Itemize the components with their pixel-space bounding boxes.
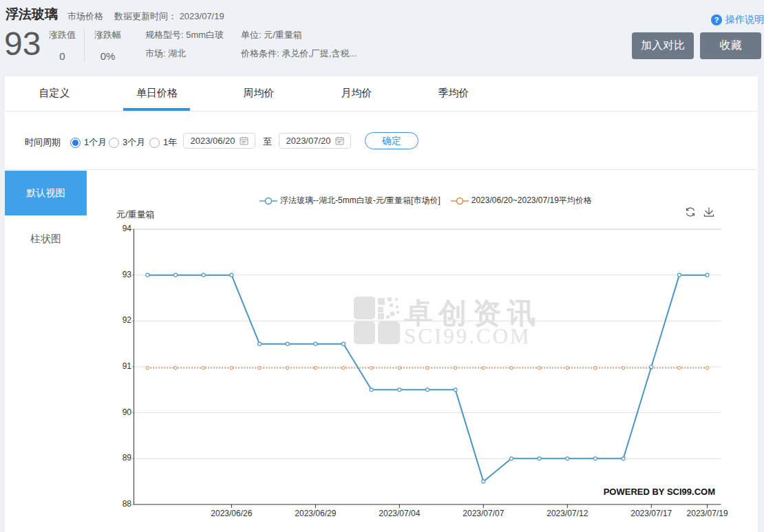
spec-market: 市场: 湖北 <box>145 48 224 58</box>
start-date-value: 2023/06/20 <box>190 136 235 146</box>
svg-text:90: 90 <box>123 407 132 417</box>
watermark: 卓创资讯SCI99.COM <box>354 297 542 348</box>
svg-text:91: 91 <box>123 361 132 371</box>
spec-model: 规格型号: 5mm白玻 <box>145 30 224 40</box>
download-icon[interactable] <box>703 206 714 217</box>
current-price: 93 <box>4 28 41 61</box>
spec-column-1: 规格型号: 5mm白玻 市场: 湖北 <box>145 30 224 58</box>
svg-text:2023/07/07: 2023/07/07 <box>463 509 504 518</box>
svg-text:2023/07/12: 2023/07/12 <box>547 509 588 518</box>
svg-text:93: 93 <box>123 270 132 279</box>
update-time-value: 2023/07/19 <box>180 11 224 21</box>
line-series-marker <box>259 196 277 206</box>
legend-label: 2023/06/20~2023/07/19平均价格 <box>471 195 592 206</box>
y-axis-unit-label: 元/重量箱 <box>116 209 155 221</box>
change-value-block: 涨跌值 0 <box>47 29 78 62</box>
svg-text:2023/07/19: 2023/07/19 <box>687 509 728 518</box>
tabs-filter-card: 自定义 单日价格 周均价 月均价 季均价 时间周期 1个月 3个月 1年 202… <box>5 76 758 169</box>
help-link[interactable]: ? 操作说明 <box>711 14 764 26</box>
legend-label: 浮法玻璃--湖北-5mm白玻-元/重量箱[市场价] <box>280 195 441 206</box>
header-divider <box>84 30 85 62</box>
svg-text:92: 92 <box>123 315 132 325</box>
tab-monthly-avg[interactable]: 月均价 <box>341 87 372 100</box>
svg-text:SCI99.COM: SCI99.COM <box>404 324 531 348</box>
line-series-marker <box>451 196 469 206</box>
change-pct: 0% <box>92 50 123 62</box>
calendar-icon <box>240 136 248 145</box>
price-line-chart: 卓创资讯SCI99.COM888990919293942023/06/26202… <box>5 170 758 532</box>
change-pct-label: 涨跌幅 <box>92 29 123 41</box>
end-date-input[interactable]: 2023/07/20 <box>279 133 351 149</box>
sidebar-item-default-view[interactable]: 默认视图 <box>5 171 87 215</box>
radio-label: 1年 <box>163 136 177 149</box>
spec-condition: 价格条件: 承兑价,厂提,含税... <box>241 48 357 58</box>
change-value: 0 <box>47 50 78 62</box>
favorite-button[interactable]: 收藏 <box>700 32 761 59</box>
tab-weekly-avg[interactable]: 周均价 <box>244 87 275 100</box>
svg-text:2023/07/17: 2023/07/17 <box>630 509 672 518</box>
category-label: 市场价格 <box>67 10 103 23</box>
refresh-icon[interactable] <box>685 206 696 217</box>
start-date-input[interactable]: 2023/06/20 <box>183 133 255 149</box>
tab-bar: 自定义 单日价格 周均价 月均价 季均价 <box>5 76 758 111</box>
chart-legend: 浮法玻璃--湖北-5mm白玻-元/重量箱[市场价] 2023/06/20~202… <box>94 195 757 206</box>
sidebar-item-bar-chart[interactable]: 柱状图 <box>5 228 87 249</box>
svg-text:94: 94 <box>123 224 132 233</box>
active-tab-underline <box>123 108 190 111</box>
calendar-icon <box>335 136 344 145</box>
date-range-to-label: 至 <box>263 136 272 148</box>
question-circle-icon: ? <box>711 14 722 25</box>
svg-text:2023/06/29: 2023/06/29 <box>295 509 336 518</box>
legend-item-market-price[interactable]: 浮法玻璃--湖北-5mm白玻-元/重量箱[市场价] <box>259 195 441 206</box>
spec-column-2: 单位: 元/重量箱 价格条件: 承兑价,厂提,含税... <box>241 30 357 58</box>
filter-bar: 时间周期 1个月 3个月 1年 2023/06/20 至 202 <box>5 111 758 169</box>
radio-1-month[interactable]: 1个月 <box>70 136 107 149</box>
radio-icon <box>149 138 160 148</box>
change-value-label: 涨跌值 <box>47 29 78 41</box>
end-date-value: 2023/07/20 <box>286 136 330 146</box>
spec-unit: 单位: 元/重量箱 <box>241 30 357 40</box>
radio-label: 3个月 <box>123 136 145 149</box>
add-compare-button[interactable]: 加入对比 <box>632 32 694 59</box>
period-label: 时间周期 <box>25 136 61 149</box>
header: 浮法玻璃 市场价格 数据更新时间： 2023/07/19 ? 操作说明 93 涨… <box>0 0 764 76</box>
tab-custom[interactable]: 自定义 <box>39 87 70 100</box>
svg-text:2023/06/26: 2023/06/26 <box>211 509 252 518</box>
tab-quarterly-avg[interactable]: 季均价 <box>438 87 469 100</box>
chart-panel: 卓创资讯SCI99.COM888990919293942023/06/26202… <box>5 169 758 532</box>
tab-daily-price[interactable]: 单日价格 <box>136 87 178 100</box>
confirm-button[interactable]: 确定 <box>365 132 418 149</box>
update-time-label: 数据更新时间： <box>114 11 177 21</box>
radio-icon <box>70 138 81 148</box>
change-pct-block: 涨跌幅 0% <box>92 29 123 62</box>
page-title: 浮法玻璃 <box>6 6 58 23</box>
radio-1-year[interactable]: 1年 <box>149 136 177 149</box>
radio-3-months[interactable]: 3个月 <box>109 136 145 149</box>
update-time: 数据更新时间： 2023/07/19 <box>114 10 224 23</box>
powered-by-caption: POWERED BY SCI99.COM <box>604 487 715 497</box>
radio-label: 1个月 <box>84 136 107 149</box>
legend-item-average-price[interactable]: 2023/06/20~2023/07/19平均价格 <box>451 195 592 206</box>
svg-text:2023/07/04: 2023/07/04 <box>379 509 420 518</box>
svg-text:88: 88 <box>123 499 132 509</box>
radio-icon <box>109 138 119 148</box>
svg-text:89: 89 <box>123 453 132 462</box>
help-label: 操作说明 <box>725 14 764 26</box>
